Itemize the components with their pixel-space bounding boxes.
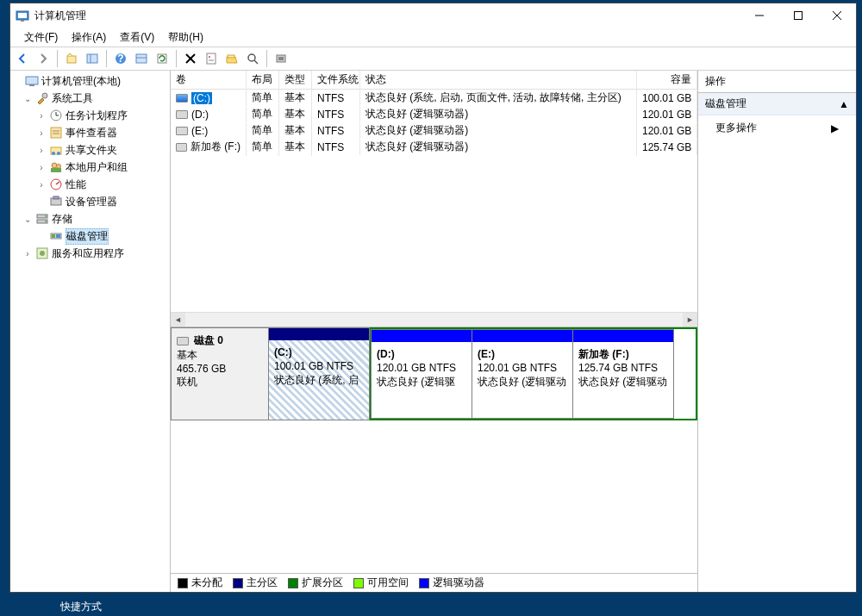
body: 计算机管理(本地) ⌄ 系统工具 › 任务计划程序 › 事件查看器 › 共享文件… [10, 71, 856, 592]
scroll-left-icon[interactable]: ◄ [171, 313, 185, 327]
chevron-right-icon[interactable]: › [36, 180, 47, 190]
svg-point-37 [52, 163, 57, 168]
horizontal-scrollbar[interactable]: ◄ ► [171, 312, 697, 327]
col-capacity[interactable]: 容量 [637, 71, 697, 89]
svg-rect-8 [87, 54, 97, 63]
up-button[interactable] [63, 50, 80, 67]
svg-point-21 [248, 54, 255, 61]
tree-system-tools[interactable]: ⌄ 系统工具 [10, 90, 170, 107]
legend-primary: 主分区 [233, 576, 278, 590]
forward-button[interactable] [34, 50, 52, 67]
partition[interactable]: 新加卷 (F:)125.74 GB NTFS状态良好 (逻辑驱动 [572, 329, 674, 419]
volume-table: 卷 布局 类型 文件系统 状态 容量 (C:)简单基本NTFS状态良好 (系统,… [171, 71, 697, 312]
svg-line-22 [254, 60, 258, 64]
actions-more[interactable]: 更多操作 ▶ [698, 115, 856, 140]
svg-rect-43 [53, 196, 59, 199]
refresh-button[interactable] [153, 50, 171, 67]
svg-rect-1 [18, 13, 27, 18]
volume-icon [176, 94, 188, 103]
taskbar-hint: 快捷方式 [60, 600, 102, 614]
volume-icon [176, 127, 188, 135]
storage-icon [35, 212, 49, 226]
volume-table-header[interactable]: 卷 布局 类型 文件系统 状态 容量 [171, 71, 697, 90]
svg-rect-12 [136, 54, 147, 63]
menu-file[interactable]: 文件(F) [19, 28, 63, 47]
col-status[interactable]: 状态 [360, 71, 637, 89]
partition[interactable]: (D:)120.01 GB NTFS状态良好 (逻辑驱 [371, 329, 472, 419]
col-filesystem[interactable]: 文件系统 [312, 71, 360, 89]
tree-task-scheduler[interactable]: › 任务计划程序 [10, 107, 170, 124]
close-button[interactable] [817, 3, 856, 28]
actions-disk-management[interactable]: 磁盘管理 ▲ [698, 93, 856, 115]
titlebar[interactable]: 计算机管理 [10, 3, 856, 28]
computer-icon [25, 74, 39, 88]
table-row[interactable]: (D:)简单基本NTFS状态良好 (逻辑驱动器)120.01 GB [171, 106, 697, 122]
table-row[interactable]: (C:)简单基本NTFS状态良好 (系统, 启动, 页面文件, 活动, 故障转储… [171, 90, 697, 106]
view-list-button[interactable] [133, 50, 150, 67]
svg-point-18 [209, 56, 210, 58]
chevron-right-icon[interactable]: › [36, 146, 47, 155]
toolbar: ? [10, 47, 856, 71]
menu-view[interactable]: 查看(V) [115, 28, 159, 47]
tree-event-viewer[interactable]: › 事件查看器 [10, 124, 170, 141]
svg-point-47 [45, 221, 47, 222]
menu-action[interactable]: 操作(A) [66, 28, 111, 47]
open-icon[interactable] [223, 50, 240, 67]
partition[interactable]: (E:)120.01 GB NTFS状态良好 (逻辑驱动 [472, 329, 573, 419]
col-volume[interactable]: 卷 [171, 71, 247, 89]
col-layout[interactable]: 布局 [247, 71, 279, 89]
svg-rect-20 [228, 55, 234, 58]
svg-rect-7 [67, 56, 76, 63]
maximize-button[interactable] [778, 3, 817, 28]
svg-rect-25 [26, 77, 38, 84]
tree-shared-folders[interactable]: › 共享文件夹 [10, 141, 170, 159]
chevron-down-icon[interactable]: ⌄ [22, 215, 33, 224]
svg-rect-49 [52, 234, 55, 238]
scroll-right-icon[interactable]: ► [683, 313, 697, 327]
partition[interactable]: (C:)100.01 GB NTFS状态良好 (系统, 启 [268, 327, 370, 420]
table-row[interactable]: 新加卷 (F:)简单基本NTFS状态良好 (逻辑驱动器)125.74 GB [171, 139, 697, 155]
tree-device-manager[interactable]: 设备管理器 [10, 193, 170, 210]
svg-rect-50 [56, 234, 60, 238]
back-button[interactable] [14, 50, 31, 67]
disk-label[interactable]: 磁盘 0 基本 465.76 GB 联机 [171, 327, 269, 420]
svg-point-38 [57, 165, 61, 169]
table-row[interactable]: (E:)简单基本NTFS状态良好 (逻辑驱动器)120.01 GB [171, 122, 697, 139]
show-hide-tree-button[interactable] [84, 50, 101, 67]
chevron-down-icon[interactable]: ⌄ [22, 94, 33, 103]
actions-header: 操作 [698, 71, 856, 93]
performance-icon [49, 177, 63, 191]
chevron-right-icon[interactable]: › [22, 249, 33, 258]
window-title: 计算机管理 [34, 9, 740, 23]
minimize-button[interactable] [740, 3, 778, 28]
svg-rect-39 [51, 168, 61, 172]
find-icon[interactable] [244, 50, 261, 67]
disk-graphic-area: 磁盘 0 基本 465.76 GB 联机 (C:)100.01 GB NTFS状… [171, 327, 697, 592]
help-button[interactable]: ? [112, 50, 129, 67]
disk-icon [177, 337, 189, 345]
disk-row[interactable]: 磁盘 0 基本 465.76 GB 联机 (C:)100.01 GB NTFS状… [171, 327, 697, 420]
tree-performance[interactable]: › 性能 [10, 176, 170, 193]
tree-services-apps[interactable]: › 服务和应用程序 [10, 245, 170, 262]
chevron-right-icon[interactable]: › [36, 163, 47, 172]
menubar: 文件(F) 操作(A) 查看(V) 帮助(H) [10, 28, 856, 47]
tree-local-users[interactable]: › 本地用户和组 [10, 159, 170, 176]
legend: 未分配 主分区 扩展分区 可用空间 逻辑驱动器 [171, 573, 697, 592]
menu-help[interactable]: 帮助(H) [163, 28, 209, 47]
tree-disk-management[interactable]: 磁盘管理 [10, 227, 170, 245]
tree-storage[interactable]: ⌄ 存储 [10, 210, 170, 227]
legend-unallocated: 未分配 [178, 576, 222, 590]
chevron-right-icon[interactable]: › [36, 128, 47, 138]
collapse-up-icon[interactable]: ▲ [839, 98, 849, 110]
svg-point-36 [57, 152, 60, 155]
delete-icon[interactable] [182, 50, 199, 67]
app-icon [16, 9, 29, 22]
col-type[interactable]: 类型 [279, 71, 312, 89]
tree-pane[interactable]: 计算机管理(本地) ⌄ 系统工具 › 任务计划程序 › 事件查看器 › 共享文件… [10, 71, 171, 592]
tree-root[interactable]: 计算机管理(本地) [10, 72, 170, 90]
chevron-right-icon[interactable]: › [36, 111, 47, 121]
settings-icon[interactable] [272, 50, 290, 67]
legend-free: 可用空间 [353, 576, 409, 590]
properties-icon[interactable] [203, 50, 220, 67]
svg-text:?: ? [117, 53, 123, 65]
